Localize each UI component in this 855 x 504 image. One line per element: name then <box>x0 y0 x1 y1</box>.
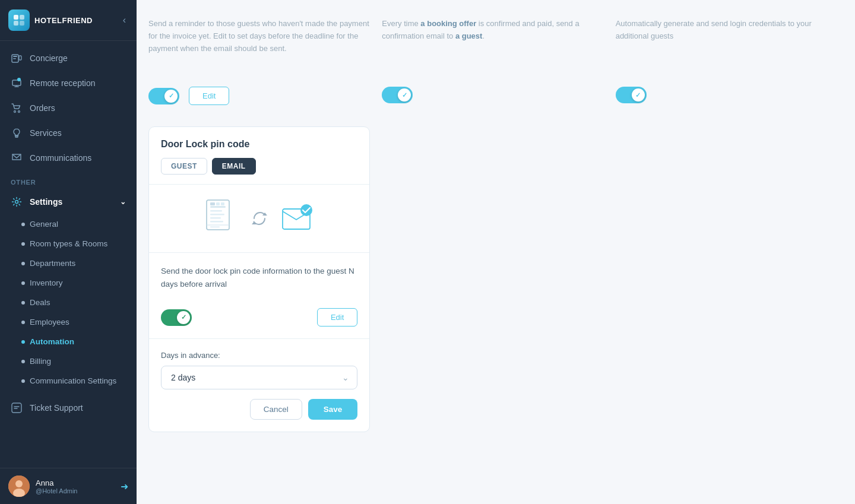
billing-label: Billing <box>30 357 51 366</box>
sidebar-item-billing[interactable]: Billing <box>0 351 137 371</box>
sidebar-item-deals[interactable]: Deals <box>0 293 137 312</box>
svg-rect-29 <box>216 202 220 205</box>
svg-point-11 <box>17 78 21 81</box>
services-icon <box>11 127 23 139</box>
tab-row: GUEST EMAIL <box>161 158 357 175</box>
door-lock-toggle-check: ✓ <box>181 313 186 321</box>
sidebar-item-general[interactable]: General <box>0 214 137 234</box>
svg-rect-5 <box>13 56 17 57</box>
remote-reception-icon <box>11 77 23 89</box>
room-types-label: Room types & Rooms <box>30 239 107 248</box>
sidebar-item-concierge[interactable]: Concierge <box>0 46 137 71</box>
door-lock-title: Door Lock pin code <box>161 139 357 150</box>
email-icon <box>281 204 315 233</box>
collapse-button[interactable]: ‹ <box>121 12 128 28</box>
sidebar-item-employees[interactable]: Employees <box>0 312 137 332</box>
svg-rect-32 <box>210 226 220 228</box>
sidebar-item-room-types[interactable]: Room types & Rooms <box>0 234 137 253</box>
svg-rect-1 <box>20 15 24 20</box>
col2: Every time a booking offer is confirmed … <box>382 18 603 113</box>
col2-toggle[interactable]: ✓ <box>382 87 413 103</box>
col2-toggle-check: ✓ <box>402 91 407 99</box>
svg-rect-27 <box>210 221 223 223</box>
days-label: Days in advance: <box>161 351 357 360</box>
comm-settings-label: Communication Settings <box>30 376 116 385</box>
room-types-dot <box>21 242 25 246</box>
main-content: Send a reminder to those guests who have… <box>137 0 855 504</box>
orders-label: Orders <box>30 103 55 113</box>
svg-rect-15 <box>15 137 18 138</box>
col1-toggle[interactable]: ✓ <box>148 88 179 104</box>
sidebar-item-services[interactable]: Services <box>0 121 137 145</box>
door-lock-body: Send the door lock pin code information … <box>149 252 369 338</box>
door-lock-header: Door Lock pin code GUEST EMAIL <box>149 127 369 185</box>
door-lock-description: Send the door lock pin code information … <box>161 265 357 290</box>
content-area: Send a reminder to those guests who have… <box>137 0 855 450</box>
sidebar-item-orders[interactable]: Orders <box>0 96 137 121</box>
main-nav: Concierge Remote reception <box>0 41 137 468</box>
icon-area <box>149 185 369 252</box>
comm-settings-dot <box>21 379 25 383</box>
door-lock-toggle[interactable]: ✓ <box>161 309 192 326</box>
sidebar-item-inventory[interactable]: Inventory <box>0 273 137 293</box>
brand-name: HOTELFRIEND <box>34 16 93 25</box>
sidebar-item-communications[interactable]: Communications <box>0 145 137 170</box>
svg-rect-6 <box>13 58 16 59</box>
svg-rect-25 <box>210 214 224 215</box>
col2-description: Every time a booking offer is confirmed … <box>382 18 603 65</box>
col1-toggle-track[interactable]: ✓ <box>148 88 179 104</box>
inventory-label: Inventory <box>30 278 63 287</box>
settings-label: Settings <box>30 197 62 207</box>
sidebar-item-automation[interactable]: Automation <box>0 332 137 351</box>
deals-label: Deals <box>30 298 50 307</box>
svg-rect-17 <box>12 403 21 413</box>
automation-label: Automation <box>30 337 74 346</box>
svg-rect-14 <box>15 135 18 137</box>
communications-icon <box>11 152 23 164</box>
sidebar-item-remote-reception[interactable]: Remote reception <box>0 71 137 96</box>
col3-toggle-thumb: ✓ <box>632 88 645 102</box>
save-button[interactable]: Save <box>308 399 358 420</box>
col3-toggle[interactable]: ✓ <box>616 87 647 103</box>
cancel-button[interactable]: Cancel <box>250 399 302 420</box>
tab-email[interactable]: EMAIL <box>212 158 256 175</box>
col2-toggle-track[interactable]: ✓ <box>382 87 413 103</box>
avatar <box>8 476 30 497</box>
general-label: General <box>30 220 58 229</box>
settings-icon <box>11 196 23 208</box>
remote-reception-label: Remote reception <box>30 78 96 88</box>
other-section-label: OTHER <box>0 170 137 189</box>
sidebar-item-ticket-support[interactable]: Ticket Support <box>0 395 137 420</box>
employees-dot <box>21 321 25 324</box>
ticket-support-label: Ticket Support <box>30 403 83 413</box>
col3-toggle-track[interactable]: ✓ <box>616 87 647 103</box>
logout-button[interactable]: ➜ <box>121 481 128 492</box>
col3: Automatically generate and send login cr… <box>616 18 837 113</box>
col2-toggle-thumb: ✓ <box>398 88 411 102</box>
employees-label: Employees <box>30 318 69 327</box>
tab-guest[interactable]: GUEST <box>161 158 207 175</box>
services-label: Services <box>30 128 62 138</box>
door-lock-edit-button[interactable]: Edit <box>317 308 357 327</box>
door-lock-toggle-track[interactable]: ✓ <box>161 309 192 326</box>
door-lock-toggle-row: ✓ Edit <box>161 308 357 327</box>
svg-rect-0 <box>14 15 18 20</box>
col3-toggle-row: ✓ <box>616 77 837 113</box>
col1-edit-button[interactable]: Edit <box>189 87 229 105</box>
svg-point-19 <box>15 480 23 487</box>
communications-label: Communications <box>30 153 91 163</box>
svg-rect-24 <box>210 210 222 212</box>
template-icon <box>204 199 238 238</box>
departments-dot <box>21 262 25 265</box>
sidebar-item-departments[interactable]: Departments <box>0 253 137 273</box>
sidebar-footer: Anna @Hotel Admin ➜ <box>0 468 137 504</box>
automation-dot <box>21 340 25 344</box>
ticket-support-icon <box>11 402 23 414</box>
settings-nav-item[interactable]: Settings ⌄ <box>0 189 137 214</box>
svg-rect-7 <box>19 56 21 60</box>
svg-point-16 <box>15 201 18 204</box>
departments-label: Departments <box>30 259 75 268</box>
sidebar-item-communication-settings[interactable]: Communication Settings <box>0 371 137 391</box>
days-select[interactable]: 1 day 2 days 3 days 4 days 5 days 7 days… <box>161 366 357 389</box>
col1-toggle-check: ✓ <box>169 92 174 100</box>
